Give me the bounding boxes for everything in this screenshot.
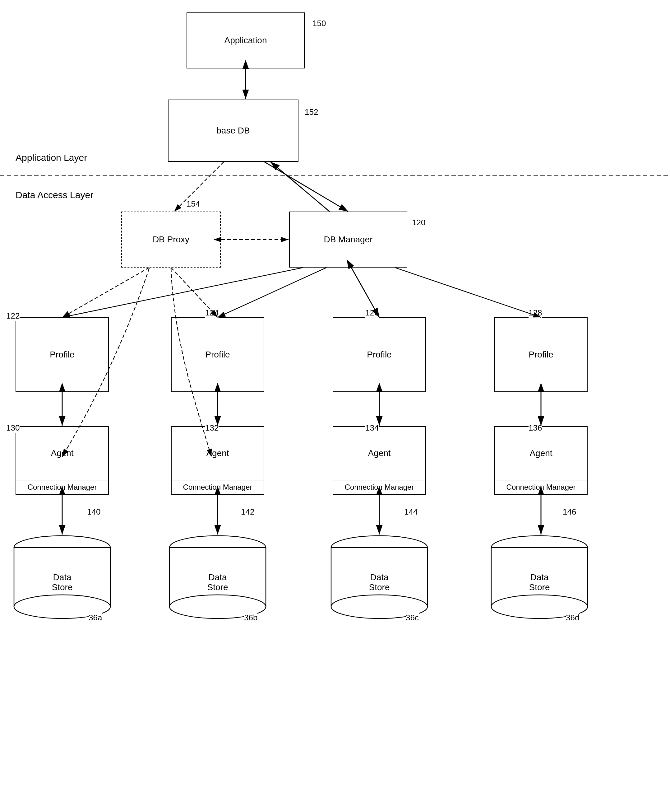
agent4-stack: Agent Connection Manager — [494, 426, 588, 495]
datastore3-label: Data Store — [369, 573, 390, 592]
agent3-stack: Agent Connection Manager — [333, 426, 426, 495]
agent1-label: Agent — [16, 427, 108, 480]
application-label: Application — [225, 36, 267, 46]
ref-126: 126 — [365, 308, 379, 318]
ref-150: 150 — [313, 19, 326, 28]
svg-line-21 — [271, 162, 330, 212]
ref-136: 136 — [528, 423, 542, 433]
dbproxy-label: DB Proxy — [153, 235, 189, 244]
datastore3: Data Store — [328, 535, 431, 622]
agent2-label: Agent — [172, 427, 264, 480]
connmgr3-label: Connection Manager — [333, 480, 425, 494]
profile2-label: Profile — [205, 350, 230, 359]
profile1-label: Profile — [50, 350, 74, 359]
ref-36c: 36c — [406, 613, 419, 622]
dbmanager-box: DB Manager — [289, 212, 407, 268]
dbproxy-box: DB Proxy — [121, 212, 221, 268]
connmgr4-label: Connection Manager — [495, 480, 587, 494]
application-box: Application — [186, 12, 305, 68]
connmgr2-label: Connection Manager — [172, 480, 264, 494]
datastore4: Data Store — [488, 535, 591, 622]
application-layer-label: Application Layer — [15, 153, 87, 163]
ref-146: 146 — [563, 507, 576, 517]
data-access-layer-label: Data Access Layer — [15, 190, 93, 200]
agent3-label: Agent — [333, 427, 425, 480]
ref-154: 154 — [186, 199, 200, 209]
ref-124: 124 — [205, 308, 218, 318]
profile4-box: Profile — [494, 317, 588, 392]
ref-36d: 36d — [566, 613, 579, 622]
svg-line-20 — [264, 162, 348, 212]
svg-line-26 — [395, 268, 541, 317]
ref-128: 128 — [528, 308, 542, 318]
datastore4-label: Data Store — [529, 573, 550, 592]
ref-132: 132 — [205, 423, 218, 433]
dbmanager-label: DB Manager — [324, 235, 372, 244]
agent4-label: Agent — [495, 427, 587, 480]
ref-142: 142 — [241, 507, 254, 517]
basedb-box: base DB — [168, 100, 298, 162]
connmgr1-label: Connection Manager — [16, 480, 108, 494]
datastore1: Data Store — [11, 535, 113, 622]
ref-130: 130 — [6, 423, 20, 433]
arrows-svg — [0, 0, 670, 812]
ref-152: 152 — [305, 107, 318, 117]
profile3-box: Profile — [333, 317, 426, 392]
ref-120: 120 — [412, 218, 425, 227]
profile4-label: Profile — [528, 350, 553, 359]
datastore1-label: Data Store — [52, 573, 73, 592]
svg-line-23 — [62, 268, 303, 317]
profile3-label: Profile — [367, 350, 391, 359]
profile2-box: Profile — [171, 317, 264, 392]
agent1-stack: Agent Connection Manager — [15, 426, 109, 495]
diagram-container: Application 150 base DB 152 Application … — [0, 0, 670, 812]
ref-140: 140 — [87, 507, 100, 517]
profile1-box: Profile — [15, 317, 109, 392]
ref-144: 144 — [404, 507, 418, 517]
svg-line-24 — [218, 268, 327, 317]
svg-line-27 — [62, 268, 149, 317]
basedb-label: base DB — [217, 126, 250, 136]
ref-122: 122 — [6, 311, 20, 321]
datastore2: Data Store — [166, 535, 269, 622]
datastore2-label: Data Store — [207, 573, 228, 592]
ref-36a: 36a — [89, 613, 102, 622]
ref-36b: 36b — [244, 613, 257, 622]
agent2-stack: Agent Connection Manager — [171, 426, 264, 495]
ref-134: 134 — [365, 423, 379, 433]
